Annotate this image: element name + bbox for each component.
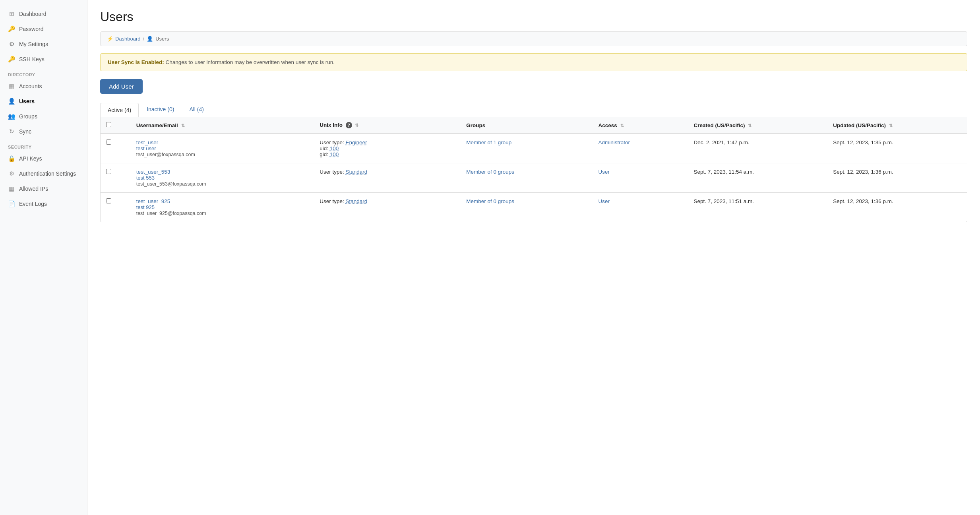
user-type-label: User type: [320,198,345,204]
help-icon-unix[interactable]: ? [346,122,352,128]
sidebar-item-accounts[interactable]: ▦ Accounts [0,79,87,94]
sidebar-item-sync[interactable]: ↻ Sync [0,124,87,139]
user-cell: test_user_925 test 925 test_user_925@fox… [131,193,314,222]
breadcrumb-dashboard-label: Dashboard [115,36,141,42]
auth-settings-icon: ⚙ [8,170,15,177]
user-type-link[interactable]: Standard [345,169,367,175]
th-checkbox [101,117,131,134]
breadcrumb: ⚡ Dashboard / 👤 Users [100,31,967,46]
sidebar-item-ssh-keys[interactable]: 🔑 SSH Keys [0,52,87,67]
tabs-container: Active (4) Inactive (0) All (4) [100,103,967,117]
allowed-ips-icon: ▦ [8,185,15,192]
created-cell: Sept. 7, 2023, 11:51 a.m. [688,193,828,222]
sidebar-item-label: Users [19,98,35,105]
updated-cell: Sept. 12, 2023, 1:36 p.m. [827,193,967,222]
groups-cell: Member of 1 group [461,134,593,163]
breadcrumb-separator: / [143,36,145,42]
th-groups: Groups [461,117,593,134]
breadcrumb-dashboard-link[interactable]: ⚡ Dashboard [107,36,141,42]
users-table: Username/Email ⇅ Unix Info ? ⇅ Groups Ac… [101,117,967,222]
add-user-button[interactable]: Add User [100,79,143,94]
groups-link[interactable]: Member of 0 groups [466,169,514,175]
sidebar-item-label: API Keys [19,155,42,162]
display-name-link[interactable]: test 925 [136,204,308,210]
sidebar-item-password[interactable]: 🔑 Password [0,21,87,37]
settings-icon: ⚙ [8,41,15,48]
table-row: test_user_925 test 925 test_user_925@fox… [101,193,967,222]
table-header-row: Username/Email ⇅ Unix Info ? ⇅ Groups Ac… [101,117,967,134]
row-0-checkbox[interactable] [106,139,111,145]
sort-icon-updated: ⇅ [889,123,893,128]
username-link[interactable]: test_user_553 [136,169,170,175]
sidebar-section-security: SECURITY [0,139,87,151]
th-username[interactable]: Username/Email ⇅ [131,117,314,134]
sidebar-item-label: Groups [19,113,37,120]
access-cell: User [593,193,688,222]
gid-link[interactable]: 100 [330,151,339,157]
updated-cell: Sept. 12, 2023, 1:35 p.m. [827,134,967,163]
updated-cell: Sept. 12, 2023, 1:36 p.m. [827,163,967,193]
tab-active[interactable]: Active (4) [100,103,139,117]
sidebar-item-allowed-ips[interactable]: ▦ Allowed IPs [0,181,87,196]
page-title: Users [100,10,967,24]
sort-icon-username: ⇅ [181,123,185,128]
access-cell: Administrator [593,134,688,163]
groups-cell: Member of 0 groups [461,163,593,193]
th-access[interactable]: Access ⇅ [593,117,688,134]
dashboard-breadcrumb-icon: ⚡ [107,36,113,42]
user-type-link[interactable]: Engineer [345,139,367,145]
sidebar-item-label: Accounts [19,83,42,89]
sidebar-item-label: My Settings [19,41,48,47]
uid-link[interactable]: 100 [330,145,339,151]
th-created[interactable]: Created (US/Pacific) ⇅ [688,117,828,134]
user-type-label: User type: [320,139,345,145]
access-link[interactable]: Administrator [598,139,630,145]
groups-link[interactable]: Member of 1 group [466,139,511,145]
sidebar-item-event-logs[interactable]: 📄 Event Logs [0,196,87,211]
users-table-wrapper: Username/Email ⇅ Unix Info ? ⇅ Groups Ac… [100,117,967,222]
access-cell: User [593,163,688,193]
unix-info-cell: User type: Engineeruid: 100gid: 100 [314,134,461,163]
access-link[interactable]: User [598,198,610,204]
display-name-link[interactable]: test 553 [136,175,308,181]
user-type-link[interactable]: Standard [345,198,367,204]
table-body: test_user test user test_user@foxpassqa.… [101,134,967,222]
th-unix-info[interactable]: Unix Info ? ⇅ [314,117,461,134]
created-cell: Dec. 2, 2021, 1:47 p.m. [688,134,828,163]
sidebar-item-groups[interactable]: 👥 Groups [0,109,87,124]
username-link[interactable]: test_user [136,139,159,145]
row-2-checkbox[interactable] [106,198,111,203]
api-keys-icon: 🔒 [8,155,15,162]
th-updated[interactable]: Updated (US/Pacific) ⇅ [827,117,967,134]
sidebar-item-api-keys[interactable]: 🔒 API Keys [0,151,87,166]
table-row: test_user_553 test 553 test_user_553@fox… [101,163,967,193]
sidebar-item-label: Sync [19,128,31,135]
row-checkbox-cell [101,193,131,222]
username-link[interactable]: test_user_925 [136,198,170,204]
user-cell: test_user_553 test 553 test_user_553@fox… [131,163,314,193]
user-cell: test_user test user test_user@foxpassqa.… [131,134,314,163]
sidebar-item-users[interactable]: 👤 Users [0,94,87,109]
sort-icon-created: ⇅ [748,123,751,128]
alert-banner: User Sync Is Enabled: Changes to user in… [100,53,967,71]
sidebar-item-dashboard[interactable]: ⊞ Dashboard [0,6,87,21]
password-icon: 🔑 [8,25,15,33]
sidebar-item-label: Dashboard [19,11,46,17]
groups-link[interactable]: Member of 0 groups [466,198,514,204]
user-email: test_user_553@foxpassqa.com [136,181,206,187]
gid-label: gid: [320,151,330,157]
row-checkbox-cell [101,163,131,193]
sidebar-item-auth-settings[interactable]: ⚙ Authentication Settings [0,166,87,181]
tab-inactive[interactable]: Inactive (0) [139,103,181,117]
access-link[interactable]: User [598,169,610,175]
user-email: test_user@foxpassqa.com [136,152,195,157]
tab-all[interactable]: All (4) [182,103,211,117]
users-icon: 👤 [8,98,15,105]
row-1-checkbox[interactable] [106,169,111,174]
sort-icon-access: ⇅ [620,123,624,128]
sidebar: ⊞ Dashboard 🔑 Password ⚙ My Settings 🔑 S… [0,0,87,515]
display-name-link[interactable]: test user [136,145,308,151]
sidebar-item-my-settings[interactable]: ⚙ My Settings [0,37,87,52]
select-all-checkbox[interactable] [106,122,111,127]
groups-icon: 👥 [8,113,15,120]
